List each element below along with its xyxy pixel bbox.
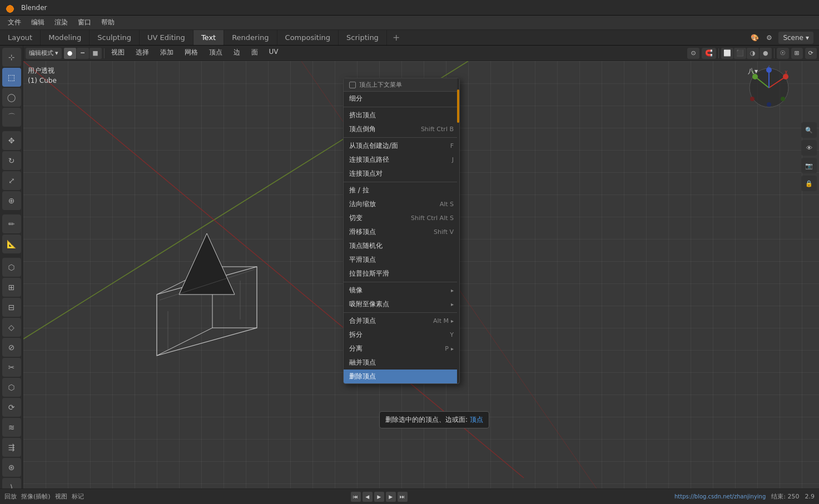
ctx-item-split[interactable]: 拆分 Y [344,328,459,342]
ctx-item-mirror[interactable]: 镜像 ▸ [344,283,459,297]
header-edge-menu[interactable]: 边 [229,48,245,59]
move-tool-button[interactable]: ✥ [2,131,21,150]
smooth-tool-button[interactable]: ≋ [2,418,21,437]
tab-uv-editing[interactable]: UV Editing [140,30,193,45]
jump-to-start-button[interactable]: ⏮ [351,492,361,502]
ctx-item-dissolve-vertices[interactable]: 融并顶点 [344,356,459,370]
transform-tool-button[interactable]: ⊕ [2,191,21,210]
header-vertex-menu[interactable]: 顶点 [205,48,227,59]
bevel-tool-button[interactable]: ◇ [2,318,21,337]
tooltip: 删除选中的的顶点、边或面: 顶点 [379,411,489,428]
ctx-item-connect-vertex-path[interactable]: 连接顶点路径 J [344,153,459,167]
next-frame-button[interactable]: ▶ [386,492,396,502]
knife-tool-button[interactable]: ✂ [2,358,21,377]
settings-icon[interactable]: ⚙ [763,32,775,44]
mode-selector[interactable]: 编辑模式 ▾ [26,48,62,59]
xray-button[interactable]: ⊞ [791,48,803,59]
ctx-item-delete-vertices[interactable]: 删除顶点 [344,370,459,383]
menu-file[interactable]: 文件 [3,17,26,28]
ctx-item-subdivide[interactable]: 细分 [344,92,459,106]
face-select-button[interactable]: ■ [90,48,102,59]
solid-shade-button[interactable]: ⬛ [734,48,746,59]
tab-sculpting[interactable]: Sculpting [90,30,140,45]
ctx-item-push-pull[interactable]: 推 / 拉 [344,183,459,197]
overlay-camera-button[interactable]: 📷 [801,158,817,173]
ctx-item-smooth-vertex[interactable]: 平滑顶点 [344,253,459,267]
header-view-menu[interactable]: 视图 [107,48,129,59]
select-lasso-tool-button[interactable]: ⌒ [2,108,21,127]
extrude-tool-button[interactable]: ⊞ [2,278,21,297]
poly-build-tool-button[interactable]: ⬡ [2,378,21,397]
ctx-item-slide-vertex[interactable]: 滑移顶点 Shift V [344,225,459,239]
ctx-item-make-edge-face[interactable]: 从顶点创建边/面 F [344,139,459,153]
select-box-tool-button[interactable]: ⬚ [2,68,21,87]
gizmo-toggle-button[interactable]: ⟳ [805,48,817,59]
snap-button[interactable]: 🧲 [702,48,716,59]
ctx-item-separate[interactable]: 分离 P ▸ [344,342,459,356]
ctx-item-vertex-randomize[interactable]: 顶点随机化 [344,239,459,253]
spin-tool-button[interactable]: ⟳ [2,398,21,417]
status-keying: 抠像(插帧) [21,492,51,501]
wireframe-shade-button[interactable]: ⬜ [721,48,733,59]
loop-cut-tool-button[interactable]: ⊘ [2,338,21,357]
overlay-lock-button[interactable]: 🔒 [801,176,817,191]
ctx-item-laplacian-smooth[interactable]: 拉普拉斯平滑 [344,267,459,281]
menu-bar: 文件 编辑 渲染 窗口 帮助 [0,16,819,30]
play-button[interactable]: ▶ [374,492,384,502]
tab-layout[interactable]: Layout [0,30,41,45]
status-playback-label: 回放 [4,492,17,501]
axis-text: 八▾ [748,67,758,76]
shrink-fatten-tool-button[interactable]: ⊛ [2,458,21,477]
select-circle-tool-button[interactable]: ◯ [2,88,21,107]
inset-tool-button[interactable]: ⊟ [2,298,21,317]
rotate-tool-button[interactable]: ↻ [2,151,21,170]
tab-rendering[interactable]: Rendering [224,30,277,45]
render-shade-button[interactable]: ● [760,48,772,59]
left-toolbar: ⊹ ⬚ ◯ ⌒ ✥ ↻ ⤢ ⊕ ✏ 📐 ⬡ ⊞ ⊟ ◇ ⊘ ✂ ⬡ ⟳ ≋ ⇶ … [0,46,23,488]
edge-select-button[interactable]: ━ [77,48,89,59]
tab-text[interactable]: Text [193,30,224,45]
prev-frame-button[interactable]: ◀ [363,492,373,502]
viewport-canvas[interactable]: 用户透视 (1) Cube X Y [23,61,819,488]
overlay-zoom-button[interactable]: 🔍 [801,122,817,138]
scene-selector[interactable]: Scene ▾ [778,32,813,44]
tab-modeling[interactable]: Modeling [41,30,90,45]
ctx-item-snap-pixel[interactable]: 吸附至像素点 ▸ [344,297,459,311]
material-shade-button[interactable]: ◑ [747,48,759,59]
svg-point-24 [781,97,785,101]
header-add-menu[interactable]: 添加 [156,48,178,59]
add-workspace-button[interactable]: + [387,30,405,45]
menu-window[interactable]: 窗口 [73,17,96,28]
cursor-tool-button[interactable]: ⊹ [2,48,21,67]
menu-edit[interactable]: 编辑 [27,17,49,28]
topbar-icons: 🎨 ⚙ [748,32,775,44]
header-mesh-menu[interactable]: 网格 [180,48,202,59]
menu-render[interactable]: 渲染 [50,17,72,28]
proportional-edit-button[interactable]: ⊙ [687,48,699,59]
header-uv-menu[interactable]: UV [265,48,283,59]
edge-slide-tool-button[interactable]: ⇶ [2,438,21,457]
menu-help[interactable]: 帮助 [97,17,119,28]
add-tool-button[interactable]: ⬡ [2,258,21,277]
render-icon[interactable]: 🎨 [748,32,761,44]
ctx-item-merge[interactable]: 合并顶点 Alt M ▸ [344,314,459,328]
annotate-tool-button[interactable]: ✏ [2,214,21,233]
ctx-item-shear[interactable]: 切变 Shift Ctrl Alt S [344,211,459,225]
ctx-item-normal-scale[interactable]: 法向缩放 Alt S [344,197,459,211]
mirror-submenu-arrow: ▸ [451,287,454,293]
ctx-item-vertex-bevel[interactable]: 顶点倒角 Shift Ctrl B [344,122,459,136]
shear-tool-button[interactable]: ⟩ [2,478,21,488]
tab-compositing[interactable]: Compositing [277,30,339,45]
svg-text:X: X [785,71,788,76]
header-face-menu[interactable]: 面 [247,48,262,59]
ctx-item-extrude-vertex[interactable]: 挤出顶点 [344,108,459,122]
overlay-view-button[interactable]: 👁 [801,140,817,156]
measure-tool-button[interactable]: 📐 [2,234,21,253]
header-select-menu[interactable]: 选择 [131,48,153,59]
tab-scripting[interactable]: Scripting [339,30,387,45]
scale-tool-button[interactable]: ⤢ [2,171,21,190]
jump-to-end-button[interactable]: ⏭ [398,492,408,502]
vertex-select-button[interactable]: ● [64,48,76,59]
overlay-button[interactable]: ☉ [777,48,789,59]
ctx-item-connect-vertex-pairs[interactable]: 连接顶点对 [344,167,459,181]
